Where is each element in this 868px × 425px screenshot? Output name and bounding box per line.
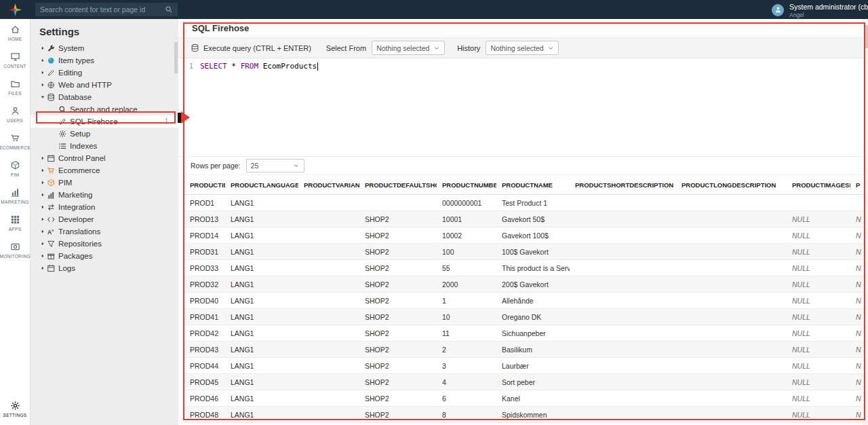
rows-per-page-select[interactable]: 25 <box>246 159 304 172</box>
select-from-dropdown[interactable]: Nothing selected <box>372 41 445 55</box>
caret-right-icon[interactable] <box>39 215 47 223</box>
table-cell: SHOP2 <box>359 358 437 374</box>
rail-item-content[interactable]: CONTENT <box>0 46 30 73</box>
column-header[interactable]: PRODUCTLANGUAGEID <box>225 176 298 195</box>
table-cell <box>676 309 787 325</box>
column-header[interactable]: PRODUCTSHORTDESCRIPTION <box>570 176 676 195</box>
tree-item-search-and-replace[interactable]: Search and replace <box>31 103 178 115</box>
caret-right-icon[interactable] <box>39 191 47 199</box>
rail-item-ecommerce[interactable]: ECOMMERCE <box>0 128 30 155</box>
tree-item-logs[interactable]: Logs <box>31 262 178 274</box>
panel-scrollbar[interactable] <box>174 42 178 73</box>
table-cell <box>570 244 676 260</box>
rail-item-files[interactable]: FILES <box>0 73 30 100</box>
tree-item-ecommerce[interactable]: Ecommerce <box>31 164 178 177</box>
tree-item-translations[interactable]: AaTranslations <box>31 225 178 238</box>
caret-right-icon[interactable] <box>39 227 47 236</box>
rail-item-home[interactable]: HOME <box>0 19 30 46</box>
tree-item-integration[interactable]: Integration <box>31 201 178 213</box>
tree-item-label: Ecommerce <box>58 166 100 174</box>
column-header[interactable]: PRODUCTNUMBER <box>437 176 496 195</box>
tree-item-sql-firehose[interactable]: SQL Firehose <box>31 115 178 128</box>
table-row[interactable]: PROD43LANG1SHOP22BasilikumNULLN <box>184 341 868 358</box>
column-header[interactable]: PRODUCTID <box>184 176 225 195</box>
caret-right-icon[interactable] <box>39 44 47 52</box>
column-header[interactable]: PRODUCTNAME <box>496 176 570 195</box>
table-row[interactable]: PROD40LANG1SHOP21AllehåndeNULLN <box>184 293 868 309</box>
table-cell: SHOP2 <box>359 293 437 309</box>
tree-item-repositories[interactable]: Repositories <box>31 238 178 250</box>
kebab-menu-icon[interactable] <box>163 117 170 125</box>
tree-item-label: Integration <box>58 203 95 211</box>
table-row[interactable]: PROD33LANG1SHOP255This product is a Serv… <box>184 260 868 276</box>
table-cell: 0000000001 <box>437 195 496 211</box>
caret-right-icon[interactable] <box>39 240 47 248</box>
tree-item-developer[interactable]: Developer <box>31 213 178 225</box>
table-row[interactable]: PROD42LANG1SHOP211SichuanpeberNULLN <box>184 325 868 341</box>
scrollbar-thumb[interactable] <box>865 25 868 48</box>
rows-per-page-value: 25 <box>251 162 259 170</box>
tree-item-marketing[interactable]: Marketing <box>31 189 178 201</box>
rail-item-users[interactable]: USERS <box>0 100 30 128</box>
table-row[interactable]: PROD44LANG1SHOP23LaurbærNULLN <box>184 358 868 374</box>
select-from-label: Select From <box>326 44 366 52</box>
tree-item-packages[interactable]: Packages <box>31 250 178 262</box>
tree-item-setup[interactable]: Setup <box>31 128 178 140</box>
caret-right-icon[interactable] <box>39 264 47 272</box>
table-cell <box>676 374 787 390</box>
tree-item-label: Indexes <box>70 142 97 150</box>
tree-item-label: PIM <box>58 179 72 187</box>
rail-item-apps[interactable]: APPS <box>0 209 30 236</box>
tree-item-indexes[interactable]: Indexes <box>31 140 178 152</box>
query-toolbar: Execute query (CTRL + ENTER) Select From… <box>178 37 868 58</box>
caret-right-icon[interactable] <box>39 179 47 187</box>
column-header[interactable]: PRODUCTVARIANTID <box>298 176 359 195</box>
table-row[interactable]: PROD41LANG1SHOP210Oregano DKNULLN <box>184 309 868 325</box>
tree-item-system[interactable]: System <box>31 42 178 54</box>
tree-item-web-and-http[interactable]: Web and HTTP <box>31 79 178 91</box>
table-row[interactable]: PROD1LANG10000000001Test Product 1 <box>184 195 868 211</box>
settings-panel: Settings SystemItem typesEditingWeb and … <box>31 19 178 425</box>
global-search[interactable] <box>35 3 178 16</box>
table-row[interactable]: PROD32LANG1SHOP22000200$ GavekortNULLN <box>184 276 868 293</box>
execute-query-button[interactable]: Execute query (CTRL + ENTER) <box>191 43 311 52</box>
rail-item-marketing[interactable]: MARKETING <box>0 182 30 209</box>
history-dropdown[interactable]: Nothing selected <box>486 41 559 55</box>
caret-right-icon[interactable] <box>39 56 47 64</box>
table-row[interactable]: PROD48LANG1SHOP28SpidskommenNULLN <box>184 407 868 423</box>
tree-item-control-panel[interactable]: Control Panel <box>31 152 178 164</box>
caret-down-icon[interactable] <box>39 93 47 101</box>
table-row[interactable]: PROD46LANG1SHOP26KanelNULLN <box>184 390 868 407</box>
column-header[interactable]: PRODUCTIMAGESMALL <box>787 176 850 195</box>
rail-item-monitoring[interactable]: MONITORING <box>0 236 30 263</box>
search-icon[interactable] <box>165 5 173 14</box>
content-scrollbar[interactable] <box>863 19 868 425</box>
sql-editor[interactable]: 1 SELECT * FROM EcomProducts <box>178 58 868 157</box>
caret-right-icon[interactable] <box>39 69 47 77</box>
caret-right-icon[interactable] <box>39 203 47 211</box>
caret-right-icon[interactable] <box>39 154 47 162</box>
table-row[interactable]: PROD31LANG1SHOP2100100$ GavekortNULLN <box>184 244 868 260</box>
tree-item-editing[interactable]: Editing <box>31 67 178 79</box>
tree-item-database[interactable]: Database <box>31 91 178 103</box>
caret-right-icon[interactable] <box>39 81 47 89</box>
user-menu[interactable]: System administrator (cb Angel <box>772 3 868 18</box>
table-row[interactable]: PROD13LANG1SHOP210001Gavekort 50$NULLN <box>184 211 868 227</box>
rail-item-label: FILES <box>8 91 22 96</box>
table-row[interactable]: PROD14LANG1SHOP210002Gavekort 100$NULLN <box>184 227 868 244</box>
column-header[interactable]: PRODUCTLONGDESCRIPTION <box>676 176 787 195</box>
app-logo[interactable] <box>0 0 31 19</box>
search-input[interactable] <box>40 5 165 14</box>
pagination-bar: Rows per page: 25 <box>178 157 868 175</box>
tree-item-label: Logs <box>58 264 75 272</box>
tree-item-label: Marketing <box>58 191 93 199</box>
caret-right-icon[interactable] <box>39 166 47 174</box>
table-cell: Gavekort 100$ <box>496 227 570 244</box>
rail-item-settings[interactable]: SETTINGS <box>0 395 30 422</box>
tree-item-pim[interactable]: PIM <box>31 177 178 189</box>
rail-item-pim[interactable]: PIM <box>0 155 30 182</box>
caret-right-icon[interactable] <box>39 252 47 260</box>
column-header[interactable]: PRODUCTDEFAULTSHOPID <box>359 176 437 195</box>
tree-item-item-types[interactable]: Item types <box>31 54 178 67</box>
table-row[interactable]: PROD45LANG1SHOP24Sort peberNULLN <box>184 374 868 390</box>
